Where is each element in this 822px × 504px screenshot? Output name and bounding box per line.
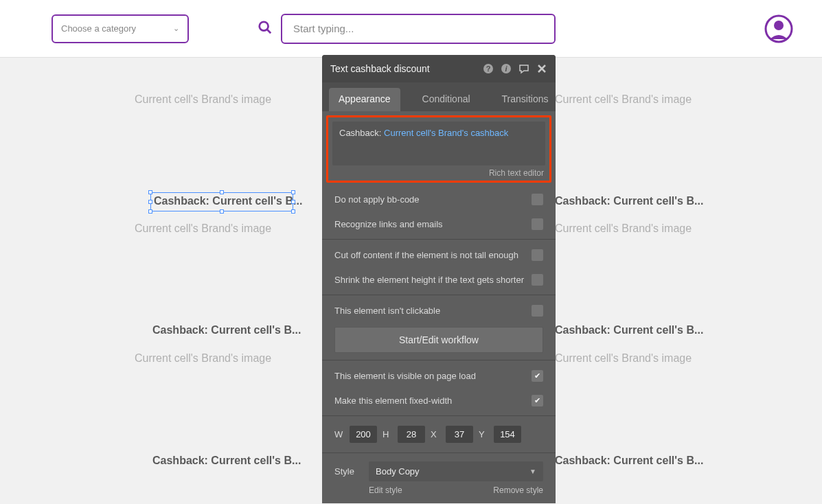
selection-handle[interactable] bbox=[220, 209, 224, 214]
category-placeholder: Choose a category bbox=[61, 23, 136, 34]
close-icon[interactable] bbox=[536, 63, 547, 74]
checkbox[interactable] bbox=[532, 249, 543, 261]
option-label: Recognize links and emails bbox=[334, 219, 532, 229]
cashback-label: Cashback: Current cell's B... bbox=[555, 455, 703, 467]
svg-point-0 bbox=[260, 21, 269, 30]
selection-box[interactable] bbox=[150, 192, 293, 211]
height-input[interactable]: 28 bbox=[398, 426, 425, 443]
category-select[interactable]: Choose a category ⌄ bbox=[52, 14, 189, 43]
svg-point-3 bbox=[774, 21, 784, 30]
option-label: Shrink the element height if the text ge… bbox=[334, 275, 532, 285]
selection-handle[interactable] bbox=[291, 209, 295, 214]
option-label: Do not apply bb-code bbox=[334, 194, 532, 205]
chevron-down-icon: ▼ bbox=[529, 468, 536, 475]
selection-handle[interactable] bbox=[220, 190, 224, 194]
edit-style-link[interactable]: Edit style bbox=[369, 485, 402, 495]
style-select[interactable]: Body Copy ▼ bbox=[369, 461, 543, 481]
tab-appearance[interactable]: Appearance bbox=[329, 88, 400, 111]
svg-line-1 bbox=[267, 29, 271, 33]
tab-conditional[interactable]: Conditional bbox=[413, 88, 480, 111]
cashback-label: Cashback: Current cell's B... bbox=[555, 324, 703, 336]
brand-image-placeholder: Current cell's Brand's image bbox=[135, 93, 271, 106]
checkbox[interactable] bbox=[532, 274, 543, 286]
brand-image-placeholder: Current cell's Brand's image bbox=[555, 93, 692, 106]
dynamic-expression[interactable]: Current cell's Brand's cashback bbox=[384, 128, 508, 138]
text-content-group: Cashback: Current cell's Brand's cashbac… bbox=[326, 115, 551, 183]
svg-text:?: ? bbox=[486, 65, 491, 73]
x-input[interactable]: 37 bbox=[446, 426, 473, 443]
style-sub-row: Edit style Remove style bbox=[322, 483, 556, 501]
search-icon[interactable] bbox=[258, 20, 273, 38]
checkbox[interactable] bbox=[532, 305, 543, 317]
chevron-down-icon: ⌄ bbox=[173, 24, 179, 33]
style-label: Style bbox=[334, 466, 359, 477]
start-edit-workflow-button[interactable]: Start/Edit workflow bbox=[334, 327, 543, 353]
option-cut-off: Cut off content if the element is not ta… bbox=[322, 242, 556, 267]
height-label: H bbox=[383, 429, 392, 439]
divider bbox=[322, 239, 556, 240]
top-bar: Choose a category ⌄ bbox=[0, 0, 822, 58]
tab-transitions[interactable]: Transitions bbox=[492, 88, 558, 111]
cashback-label: Cashback: Current cell's B... bbox=[152, 455, 301, 467]
y-label: Y bbox=[479, 429, 488, 439]
option-label: Make this element fixed-width bbox=[334, 396, 532, 406]
option-visible-on-load: This element is visible on page load bbox=[322, 363, 556, 388]
brand-image-placeholder: Current cell's Brand's image bbox=[135, 222, 271, 235]
style-value: Body Copy bbox=[376, 466, 420, 477]
option-label: This element is visible on page load bbox=[334, 371, 532, 381]
option-recognize-links: Recognize links and emails bbox=[322, 211, 556, 236]
remove-style-link[interactable]: Remove style bbox=[493, 485, 543, 495]
divider bbox=[322, 453, 556, 453]
x-label: X bbox=[431, 429, 440, 439]
text-content-editor[interactable]: Cashback: Current cell's Brand's cashbac… bbox=[332, 122, 545, 165]
dimensions-row: W 200 H 28 X 37 Y 154 bbox=[322, 419, 556, 450]
panel-title: Text cashback discount bbox=[330, 63, 476, 74]
selection-handle[interactable] bbox=[148, 209, 152, 214]
brand-image-placeholder: Current cell's Brand's image bbox=[135, 352, 271, 365]
avatar[interactable] bbox=[764, 14, 793, 43]
cashback-label: Cashback: Current cell's B... bbox=[555, 195, 703, 207]
brand-image-placeholder: Current cell's Brand's image bbox=[555, 352, 692, 365]
selection-handle[interactable] bbox=[148, 190, 152, 194]
cashback-label: Cashback: Current cell's B... bbox=[152, 324, 301, 336]
comment-icon[interactable] bbox=[518, 63, 529, 74]
width-label: W bbox=[334, 429, 344, 439]
info-icon[interactable]: i bbox=[501, 63, 512, 74]
checkbox[interactable] bbox=[532, 218, 543, 230]
text-prefix: Cashback: bbox=[339, 128, 384, 138]
width-input[interactable]: 200 bbox=[350, 426, 377, 443]
selection-handle[interactable] bbox=[291, 190, 295, 194]
y-input[interactable]: 154 bbox=[494, 426, 521, 443]
option-fixed-width: Make this element fixed-width bbox=[322, 388, 556, 413]
option-no-bbcode: Do not apply bb-code bbox=[322, 187, 556, 211]
panel-tabs: Appearance Conditional Transitions bbox=[322, 82, 556, 111]
option-shrink: Shrink the element height if the text ge… bbox=[322, 267, 556, 292]
divider bbox=[322, 360, 556, 360]
selection-handle[interactable] bbox=[148, 200, 152, 204]
search-wrap bbox=[258, 14, 556, 44]
property-panel: Text cashback discount ? i Appearance Co… bbox=[322, 55, 556, 503]
checkbox[interactable] bbox=[532, 370, 543, 382]
search-input[interactable] bbox=[281, 14, 556, 44]
checkbox[interactable] bbox=[532, 194, 543, 205]
brand-image-placeholder: Current cell's Brand's image bbox=[555, 222, 692, 235]
divider bbox=[322, 295, 556, 295]
option-not-clickable: This element isn't clickable bbox=[322, 298, 556, 323]
selection-handle[interactable] bbox=[291, 200, 295, 204]
option-label: Cut off content if the element is not ta… bbox=[334, 250, 532, 260]
option-label: This element isn't clickable bbox=[334, 306, 532, 316]
rich-text-link[interactable]: Rich text editor bbox=[332, 165, 545, 178]
panel-header[interactable]: Text cashback discount ? i bbox=[322, 55, 556, 82]
style-row: Style Body Copy ▼ bbox=[322, 456, 556, 483]
help-icon[interactable]: ? bbox=[483, 63, 494, 74]
checkbox[interactable] bbox=[532, 395, 543, 406]
divider bbox=[322, 415, 556, 416]
